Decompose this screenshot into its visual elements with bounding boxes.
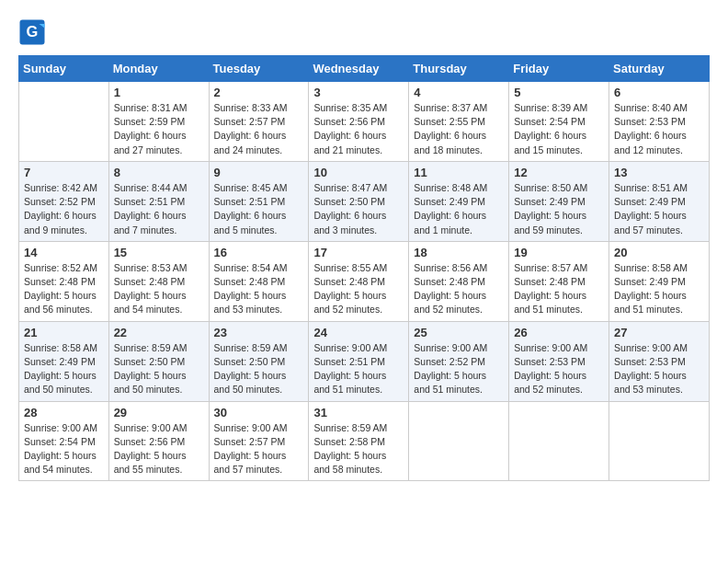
day-cell: 20 Sunrise: 8:58 AMSunset: 2:49 PMDaylig… bbox=[609, 241, 710, 321]
day-number: 19 bbox=[514, 246, 604, 259]
day-cell: 2 Sunrise: 8:33 AMSunset: 2:57 PMDayligh… bbox=[209, 82, 309, 162]
day-cell: 29 Sunrise: 9:00 AMSunset: 2:56 PMDaylig… bbox=[108, 401, 209, 481]
day-cell: 26 Sunrise: 9:00 AMSunset: 2:53 PMDaylig… bbox=[509, 321, 609, 401]
day-number: 2 bbox=[214, 86, 304, 99]
day-number: 23 bbox=[214, 326, 304, 339]
day-number: 21 bbox=[24, 326, 104, 339]
day-number: 1 bbox=[114, 86, 204, 99]
day-number: 22 bbox=[114, 326, 204, 339]
day-info: Sunrise: 8:59 AMSunset: 2:58 PMDaylight:… bbox=[313, 421, 404, 477]
day-cell: 17 Sunrise: 8:55 AMSunset: 2:48 PMDaylig… bbox=[309, 241, 409, 321]
day-info: Sunrise: 8:45 AMSunset: 2:51 PMDaylight:… bbox=[214, 181, 304, 237]
day-number: 18 bbox=[414, 246, 504, 259]
day-info: Sunrise: 8:39 AMSunset: 2:54 PMDaylight:… bbox=[514, 101, 604, 157]
day-cell: 24 Sunrise: 9:00 AMSunset: 2:51 PMDaylig… bbox=[309, 321, 409, 401]
week-row-5: 28 Sunrise: 9:00 AMSunset: 2:54 PMDaylig… bbox=[19, 401, 710, 481]
day-info: Sunrise: 8:53 AMSunset: 2:48 PMDaylight:… bbox=[114, 261, 204, 317]
day-cell: 30 Sunrise: 9:00 AMSunset: 2:57 PMDaylig… bbox=[209, 401, 309, 481]
day-info: Sunrise: 9:00 AMSunset: 2:56 PMDaylight:… bbox=[114, 421, 204, 477]
day-number: 11 bbox=[414, 166, 504, 179]
logo-icon: G bbox=[18, 18, 46, 46]
day-info: Sunrise: 9:00 AMSunset: 2:52 PMDaylight:… bbox=[414, 341, 504, 397]
day-cell: 18 Sunrise: 8:56 AMSunset: 2:48 PMDaylig… bbox=[409, 241, 509, 321]
col-header-tuesday: Tuesday bbox=[209, 56, 309, 82]
day-number: 30 bbox=[214, 406, 304, 419]
day-cell: 6 Sunrise: 8:40 AMSunset: 2:53 PMDayligh… bbox=[609, 82, 710, 162]
day-cell: 3 Sunrise: 8:35 AMSunset: 2:56 PMDayligh… bbox=[309, 82, 409, 162]
day-cell: 27 Sunrise: 9:00 AMSunset: 2:53 PMDaylig… bbox=[609, 321, 710, 401]
day-info: Sunrise: 8:31 AMSunset: 2:59 PMDaylight:… bbox=[114, 101, 204, 157]
day-number: 10 bbox=[313, 166, 404, 179]
day-cell: 16 Sunrise: 8:54 AMSunset: 2:48 PMDaylig… bbox=[209, 241, 309, 321]
day-info: Sunrise: 8:42 AMSunset: 2:52 PMDaylight:… bbox=[24, 181, 104, 237]
day-cell bbox=[409, 401, 509, 481]
day-cell: 12 Sunrise: 8:50 AMSunset: 2:49 PMDaylig… bbox=[509, 161, 609, 241]
day-cell: 8 Sunrise: 8:44 AMSunset: 2:51 PMDayligh… bbox=[108, 161, 209, 241]
day-number: 15 bbox=[114, 246, 204, 259]
day-info: Sunrise: 9:00 AMSunset: 2:54 PMDaylight:… bbox=[24, 421, 104, 477]
day-cell: 14 Sunrise: 8:52 AMSunset: 2:48 PMDaylig… bbox=[19, 241, 109, 321]
day-info: Sunrise: 8:51 AMSunset: 2:49 PMDaylight:… bbox=[614, 181, 704, 237]
col-header-thursday: Thursday bbox=[409, 56, 509, 82]
day-number: 25 bbox=[414, 326, 504, 339]
day-cell: 15 Sunrise: 8:53 AMSunset: 2:48 PMDaylig… bbox=[108, 241, 209, 321]
day-info: Sunrise: 8:50 AMSunset: 2:49 PMDaylight:… bbox=[514, 181, 604, 237]
day-cell: 4 Sunrise: 8:37 AMSunset: 2:55 PMDayligh… bbox=[409, 82, 509, 162]
week-row-3: 14 Sunrise: 8:52 AMSunset: 2:48 PMDaylig… bbox=[19, 241, 710, 321]
day-number: 27 bbox=[614, 326, 704, 339]
day-number: 13 bbox=[614, 166, 704, 179]
day-info: Sunrise: 8:56 AMSunset: 2:48 PMDaylight:… bbox=[414, 261, 504, 317]
day-number: 16 bbox=[214, 246, 304, 259]
day-cell: 13 Sunrise: 8:51 AMSunset: 2:49 PMDaylig… bbox=[609, 161, 710, 241]
day-cell: 10 Sunrise: 8:47 AMSunset: 2:50 PMDaylig… bbox=[309, 161, 409, 241]
day-info: Sunrise: 8:40 AMSunset: 2:53 PMDaylight:… bbox=[614, 101, 704, 157]
day-info: Sunrise: 8:59 AMSunset: 2:50 PMDaylight:… bbox=[214, 341, 304, 397]
day-number: 12 bbox=[514, 166, 604, 179]
day-info: Sunrise: 9:00 AMSunset: 2:53 PMDaylight:… bbox=[514, 341, 604, 397]
week-row-2: 7 Sunrise: 8:42 AMSunset: 2:52 PMDayligh… bbox=[19, 161, 710, 241]
day-cell: 1 Sunrise: 8:31 AMSunset: 2:59 PMDayligh… bbox=[108, 82, 209, 162]
page-header: G bbox=[18, 18, 710, 46]
day-info: Sunrise: 8:59 AMSunset: 2:50 PMDaylight:… bbox=[114, 341, 204, 397]
day-number: 6 bbox=[614, 86, 704, 99]
day-info: Sunrise: 8:44 AMSunset: 2:51 PMDaylight:… bbox=[114, 181, 204, 237]
day-cell: 9 Sunrise: 8:45 AMSunset: 2:51 PMDayligh… bbox=[209, 161, 309, 241]
day-cell bbox=[509, 401, 609, 481]
day-cell: 28 Sunrise: 9:00 AMSunset: 2:54 PMDaylig… bbox=[19, 401, 109, 481]
header-row: SundayMondayTuesdayWednesdayThursdayFrid… bbox=[19, 56, 710, 82]
day-info: Sunrise: 9:00 AMSunset: 2:53 PMDaylight:… bbox=[614, 341, 704, 397]
day-number: 7 bbox=[24, 166, 104, 179]
day-info: Sunrise: 8:33 AMSunset: 2:57 PMDaylight:… bbox=[214, 101, 304, 157]
day-info: Sunrise: 8:57 AMSunset: 2:48 PMDaylight:… bbox=[514, 261, 604, 317]
day-cell: 25 Sunrise: 9:00 AMSunset: 2:52 PMDaylig… bbox=[409, 321, 509, 401]
day-cell: 7 Sunrise: 8:42 AMSunset: 2:52 PMDayligh… bbox=[19, 161, 109, 241]
day-number: 28 bbox=[24, 406, 104, 419]
calendar-table: SundayMondayTuesdayWednesdayThursdayFrid… bbox=[18, 55, 710, 481]
day-cell bbox=[609, 401, 710, 481]
col-header-monday: Monday bbox=[108, 56, 209, 82]
day-number: 4 bbox=[414, 86, 504, 99]
day-number: 29 bbox=[114, 406, 204, 419]
logo: G bbox=[18, 18, 50, 46]
svg-text:G: G bbox=[27, 23, 39, 40]
day-info: Sunrise: 8:54 AMSunset: 2:48 PMDaylight:… bbox=[214, 261, 304, 317]
day-info: Sunrise: 8:48 AMSunset: 2:49 PMDaylight:… bbox=[414, 181, 504, 237]
day-cell: 19 Sunrise: 8:57 AMSunset: 2:48 PMDaylig… bbox=[509, 241, 609, 321]
day-number: 17 bbox=[313, 246, 404, 259]
day-cell: 31 Sunrise: 8:59 AMSunset: 2:58 PMDaylig… bbox=[309, 401, 409, 481]
day-info: Sunrise: 9:00 AMSunset: 2:51 PMDaylight:… bbox=[313, 341, 404, 397]
day-number: 8 bbox=[114, 166, 204, 179]
day-info: Sunrise: 8:35 AMSunset: 2:56 PMDaylight:… bbox=[313, 101, 404, 157]
day-info: Sunrise: 8:55 AMSunset: 2:48 PMDaylight:… bbox=[313, 261, 404, 317]
day-cell: 22 Sunrise: 8:59 AMSunset: 2:50 PMDaylig… bbox=[108, 321, 209, 401]
day-number: 3 bbox=[313, 86, 404, 99]
col-header-friday: Friday bbox=[509, 56, 609, 82]
day-info: Sunrise: 8:47 AMSunset: 2:50 PMDaylight:… bbox=[313, 181, 404, 237]
day-number: 5 bbox=[514, 86, 604, 99]
day-info: Sunrise: 9:00 AMSunset: 2:57 PMDaylight:… bbox=[214, 421, 304, 477]
week-row-1: 1 Sunrise: 8:31 AMSunset: 2:59 PMDayligh… bbox=[19, 82, 710, 162]
day-number: 14 bbox=[24, 246, 104, 259]
day-info: Sunrise: 8:58 AMSunset: 2:49 PMDaylight:… bbox=[24, 341, 104, 397]
day-number: 24 bbox=[313, 326, 404, 339]
day-info: Sunrise: 8:52 AMSunset: 2:48 PMDaylight:… bbox=[24, 261, 104, 317]
